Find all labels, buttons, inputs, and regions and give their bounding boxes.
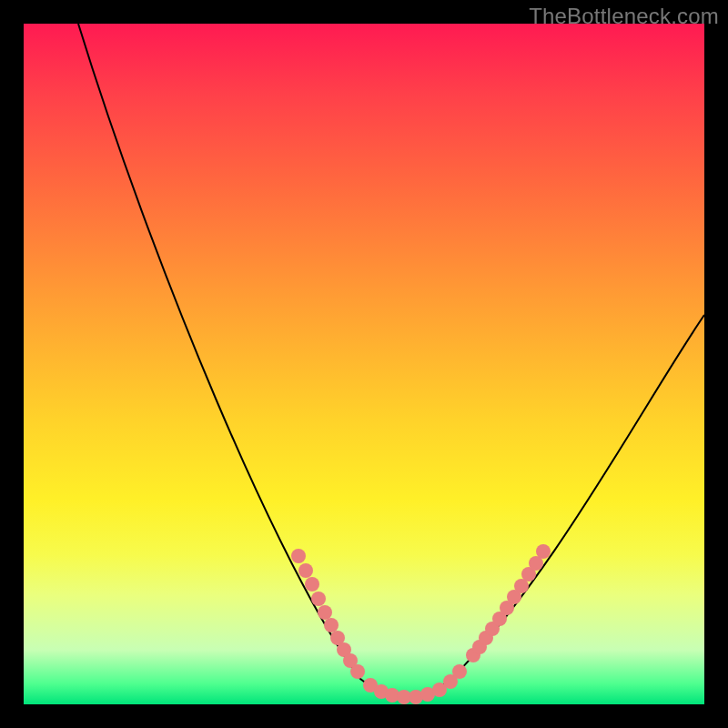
marker-dot — [291, 549, 306, 563]
chart-frame: TheBottleneck.com — [0, 0, 728, 728]
marker-dot — [305, 577, 319, 592]
marker-dot — [298, 563, 313, 578]
plot-area — [24, 24, 704, 704]
curve-svg — [24, 24, 704, 704]
optimal-zone-markers — [291, 544, 551, 704]
marker-dot — [536, 544, 551, 559]
marker-dot — [350, 664, 365, 679]
marker-dot — [324, 618, 339, 632]
bottleneck-curve — [78, 24, 704, 696]
marker-dot — [452, 664, 467, 679]
marker-dot — [318, 605, 332, 620]
marker-dot — [311, 592, 326, 606]
